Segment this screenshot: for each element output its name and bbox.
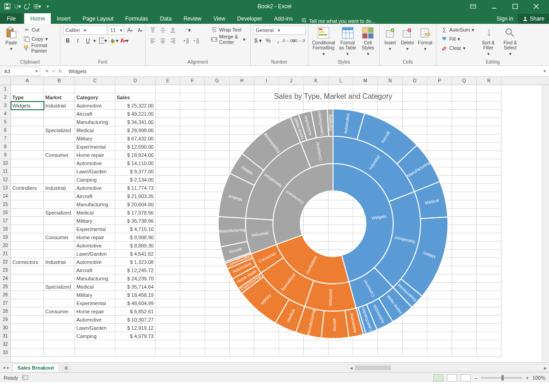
grow-font-button[interactable]: A▴ [125, 26, 135, 35]
undo-icon[interactable]: ▾ [14, 3, 21, 10]
cell[interactable]: $ 10,307.27 [115, 316, 156, 324]
tab-page-layout[interactable]: Page Layout [76, 13, 119, 24]
paste-button[interactable]: Paste▾ [3, 26, 20, 52]
cell[interactable]: $ 21,903.35 [115, 192, 156, 200]
cell[interactable]: Aircraft [75, 192, 115, 200]
accounting-button[interactable]: $ ▾ [253, 36, 263, 45]
cell[interactable] [11, 176, 44, 184]
cell[interactable] [44, 250, 75, 258]
cell[interactable] [44, 134, 75, 143]
row-header[interactable]: 19 [0, 233, 11, 242]
row-header[interactable]: 12 [0, 176, 11, 184]
row-header[interactable]: 14 [0, 192, 11, 200]
tab-data[interactable]: Data [154, 13, 178, 24]
fx-icon[interactable]: fx [59, 68, 62, 74]
macro-record-icon[interactable] [22, 374, 28, 381]
page-break-view-button[interactable] [461, 374, 471, 381]
col-header-F[interactable]: F [180, 77, 205, 85]
cell[interactable]: Consumer [44, 233, 75, 242]
cell-styles-button[interactable]: Cell Styles ▾ [359, 26, 377, 57]
row-header[interactable]: 20 [0, 242, 11, 250]
row-header[interactable]: 4 [0, 110, 11, 118]
cell[interactable] [304, 349, 328, 357]
cell[interactable]: Aircraft [75, 110, 115, 118]
tab-view[interactable]: View [208, 13, 231, 24]
cell[interactable] [44, 217, 75, 225]
row-header[interactable]: 5 [0, 118, 11, 126]
align-top-button[interactable] [148, 26, 157, 35]
font-name-combo[interactable]: Calibri▾ [63, 26, 107, 35]
ribbon-options-icon[interactable] [466, 0, 480, 13]
col-header-O[interactable]: O [403, 77, 427, 85]
cell[interactable]: Automotive [75, 184, 115, 192]
row-header[interactable]: 32 [0, 340, 11, 349]
cell[interactable] [11, 200, 44, 209]
cell[interactable] [11, 209, 44, 217]
decrease-decimal-button[interactable]: .00→.0 [294, 36, 303, 45]
expand-formula-icon[interactable]: ▾ [541, 68, 549, 74]
decrease-indent-button[interactable] [182, 36, 191, 45]
row-header[interactable]: 13 [0, 184, 11, 192]
borders-button[interactable]: ▾ [98, 36, 108, 45]
col-header-G[interactable]: G [205, 77, 230, 85]
col-header-M[interactable]: M [353, 77, 378, 85]
row-header[interactable]: 17 [0, 217, 11, 225]
row-header[interactable]: 21 [0, 250, 11, 258]
cell[interactable]: $ 8,889.30 [115, 242, 156, 250]
row-header[interactable]: 33 [0, 349, 11, 357]
zoom-level[interactable]: 100% [533, 375, 545, 381]
cell[interactable]: $ 4,641.62 [115, 250, 156, 258]
col-header-C[interactable]: C [75, 77, 115, 85]
cell[interactable] [11, 110, 44, 118]
sheet-tab-active[interactable]: Sales Breakout [12, 364, 59, 371]
cell[interactable] [44, 316, 75, 324]
cell[interactable] [44, 225, 75, 233]
cell[interactable]: $ 34,341.00 [115, 118, 156, 126]
qat-more-icon[interactable]: ▾ [44, 3, 51, 10]
cell[interactable]: $ 11,774.73 [115, 184, 156, 192]
cell[interactable]: Camping [75, 176, 115, 184]
name-box[interactable]: A3▾ [1, 67, 40, 76]
cell[interactable]: $ 4,579.73 [115, 332, 156, 340]
col-header-L[interactable]: L [328, 77, 353, 85]
cell[interactable] [11, 192, 44, 200]
cell[interactable]: Industrial [44, 184, 75, 192]
row-header[interactable]: 28 [0, 307, 11, 316]
row-header[interactable]: 27 [0, 299, 11, 307]
cell[interactable]: $ 35,714.64 [115, 283, 156, 291]
cell[interactable]: Controllers [11, 184, 44, 192]
col-header-Q[interactable]: Q [452, 77, 477, 85]
row-header[interactable]: 7 [0, 134, 11, 143]
add-sheet-button[interactable]: ⊕ [62, 363, 71, 372]
cell[interactable] [11, 291, 44, 299]
cell[interactable]: Widgets [11, 102, 44, 110]
cell[interactable]: Automotive [75, 102, 115, 110]
cell[interactable]: Sales [115, 93, 156, 102]
cell[interactable] [11, 266, 44, 274]
row-header[interactable]: 15 [0, 200, 11, 209]
row-header[interactable]: 30 [0, 324, 11, 332]
cell[interactable]: Military [75, 291, 115, 299]
cell[interactable] [44, 242, 75, 250]
cell[interactable]: Lawn/Garden [75, 324, 115, 332]
cell[interactable]: $ 20,604.60 [115, 200, 156, 209]
cell[interactable]: $ 48,604.99 [115, 299, 156, 307]
cell[interactable] [254, 349, 279, 357]
page-layout-view-button[interactable] [447, 374, 457, 381]
cell[interactable]: Automotive [75, 258, 115, 266]
font-color-button[interactable]: A▾ [120, 36, 129, 45]
cell[interactable]: Military [75, 217, 115, 225]
wrap-text-button[interactable]: Wrap Text [209, 26, 248, 34]
cell[interactable]: Home repair [75, 151, 115, 159]
cell[interactable] [11, 274, 44, 283]
cell[interactable]: Industrial [44, 258, 75, 266]
align-center-button[interactable] [158, 36, 167, 45]
sunburst-chart[interactable]: Sales by Type, Market and Category Widge… [169, 91, 497, 347]
tab-file[interactable]: File [0, 13, 22, 24]
touchmode-icon[interactable]: ▾ [34, 3, 41, 10]
col-header-N[interactable]: N [378, 77, 403, 85]
font-size-combo[interactable]: 11▾ [108, 26, 124, 35]
col-header-R[interactable]: R [477, 77, 501, 85]
row-header[interactable]: 24 [0, 274, 11, 283]
cell[interactable] [115, 349, 156, 357]
